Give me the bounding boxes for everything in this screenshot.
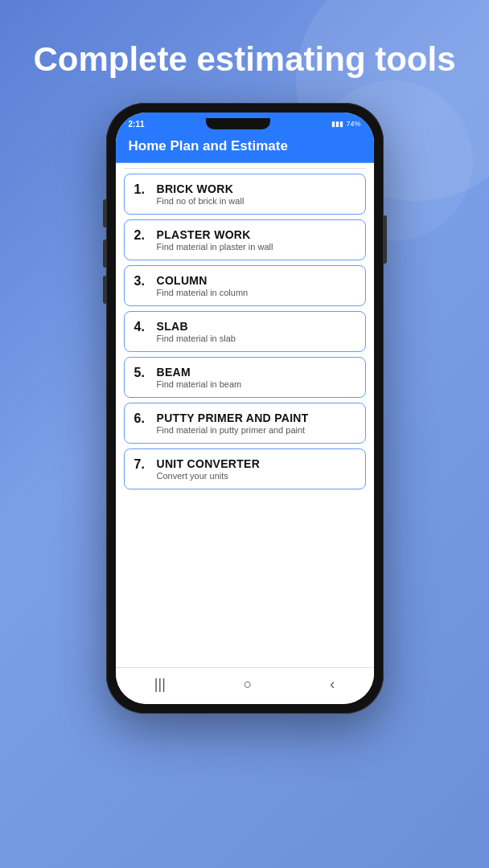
item-title-6: PUTTY PRIMER AND PAINT — [157, 411, 309, 424]
nav-back-icon[interactable]: ‹ — [330, 676, 335, 693]
item-subtitle-6: Find material in putty primer and paint — [157, 425, 309, 435]
list-item[interactable]: 2. PLASTER WORK Find material in plaster… — [124, 219, 366, 260]
list-item[interactable]: 5. BEAM Find material in beam — [124, 357, 366, 398]
list-item[interactable]: 6. PUTTY PRIMER AND PAINT Find material … — [124, 403, 366, 444]
app-header: Home Plan and Estimate — [116, 132, 374, 163]
item-text-5: BEAM Find material in beam — [157, 366, 242, 389]
phone-screen: 2:11 ▮▮▮ 74% Home Plan and Estimate 1. B… — [116, 113, 374, 704]
item-title-4: SLAB — [157, 320, 236, 333]
item-subtitle-2: Find material in plaster in wall — [157, 242, 273, 252]
app-title: Home Plan and Estimate — [129, 138, 288, 154]
list-item[interactable]: 3. COLUMN Find material in column — [124, 265, 366, 306]
status-time: 2:11 — [129, 120, 145, 129]
status-battery: ▮▮▮ 74% — [331, 120, 360, 128]
signal-icon: ▮▮▮ — [331, 120, 343, 128]
nav-menu-icon[interactable]: ||| — [154, 676, 166, 693]
item-subtitle-4: Find material in slab — [157, 334, 236, 343]
item-text-1: BRICK WORK Find no of brick in wall — [157, 182, 244, 206]
notch — [206, 118, 270, 129]
item-title-5: BEAM — [157, 366, 242, 379]
divider — [124, 168, 366, 169]
item-title-2: PLASTER WORK — [157, 228, 273, 241]
item-text-4: SLAB Find material in slab — [157, 320, 236, 343]
item-number-2: 2. — [134, 228, 157, 243]
item-number-6: 6. — [134, 411, 157, 426]
item-text-6: PUTTY PRIMER AND PAINT Find material in … — [157, 411, 309, 435]
item-subtitle-3: Find material in column — [157, 288, 249, 297]
list-item[interactable]: 1. BRICK WORK Find no of brick in wall — [124, 174, 366, 215]
status-bar: 2:11 ▮▮▮ 74% — [116, 113, 374, 132]
item-title-3: COLUMN — [157, 274, 249, 287]
item-title-7: UNIT CONVERTER — [157, 457, 261, 470]
item-subtitle-1: Find no of brick in wall — [157, 196, 244, 206]
item-number-3: 3. — [134, 274, 157, 289]
item-subtitle-7: Convert your units — [157, 471, 261, 481]
list-item[interactable]: 7. UNIT CONVERTER Convert your units — [124, 448, 366, 489]
nav-home-icon[interactable]: ○ — [244, 676, 253, 693]
item-number-4: 4. — [134, 320, 157, 334]
page-headline: Complete estimating tools — [9, 40, 479, 79]
phone-frame: 2:11 ▮▮▮ 74% Home Plan and Estimate 1. B… — [106, 103, 384, 714]
nav-bar: ||| ○ ‹ — [116, 667, 374, 704]
list-item[interactable]: 4. SLAB Find material in slab — [124, 311, 366, 352]
app-content: 1. BRICK WORK Find no of brick in wall 2… — [116, 163, 374, 667]
item-text-3: COLUMN Find material in column — [157, 274, 249, 297]
item-title-1: BRICK WORK — [157, 182, 244, 195]
item-number-1: 1. — [134, 182, 157, 197]
item-number-7: 7. — [134, 457, 157, 472]
menu-list: 1. BRICK WORK Find no of brick in wall 2… — [124, 174, 366, 489]
item-text-2: PLASTER WORK Find material in plaster in… — [157, 228, 273, 252]
item-subtitle-5: Find material in beam — [157, 379, 242, 389]
item-number-5: 5. — [134, 366, 157, 380]
item-text-7: UNIT CONVERTER Convert your units — [157, 457, 261, 481]
